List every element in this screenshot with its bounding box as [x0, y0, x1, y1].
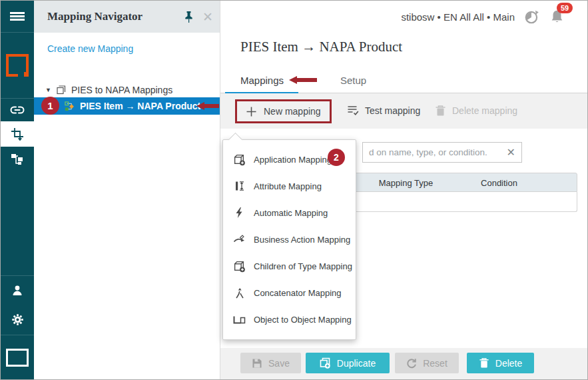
rail-item-workbench[interactable]	[1, 335, 34, 379]
action-footer: Save Duplicate Reset Delete	[220, 348, 587, 379]
lightning-icon	[234, 207, 244, 219]
rail-item-user[interactable]	[1, 276, 34, 304]
floppy-icon	[252, 358, 262, 369]
column-header-condition[interactable]: Condition	[451, 178, 547, 188]
rail-bottom-group	[1, 275, 34, 379]
page-title: PIES Item → NAPA Product	[240, 39, 402, 55]
menu-item-label: Business Action Mapping	[254, 235, 350, 245]
menu-item-label: Application Mapping	[254, 155, 332, 165]
search-input[interactable]	[363, 147, 504, 157]
menu-item-children-of-type-mapping[interactable]: Children of Type Mapping	[223, 253, 356, 279]
copy-folder-icon	[56, 85, 67, 95]
tree-node-selected[interactable]: PIES Item → NAPA Product	[34, 97, 220, 115]
pin-icon	[183, 11, 194, 23]
delete-button[interactable]: Delete	[467, 353, 534, 373]
duplicate-icon	[320, 357, 331, 369]
notification-count-badge: 59	[557, 3, 573, 13]
delete-label: Delete	[495, 358, 522, 369]
menu-item-object-to-object-mapping[interactable]: Object to Object Mapping	[223, 306, 356, 333]
mapping-icon	[65, 101, 75, 111]
menu-item-label: Attribute Mapping	[254, 181, 322, 191]
annotation-step-1-badge: 1	[41, 97, 59, 115]
test-mapping-label: Test mapping	[365, 105, 420, 116]
rail-item-settings[interactable]	[1, 304, 34, 335]
link-icon	[10, 105, 25, 115]
cube-plus-icon	[233, 153, 246, 166]
annotation-arrow-tree	[196, 102, 219, 110]
left-icon-rail	[1, 1, 34, 379]
menu-item-label: Children of Type Mapping	[254, 261, 352, 271]
menu-item-business-action-mapping[interactable]: Business Action Mapping	[223, 226, 356, 253]
merge-icon	[234, 287, 245, 299]
top-bar: stibosw • EN All All • Main 59	[220, 1, 587, 33]
hamburger-icon	[10, 11, 25, 22]
object-object-icon	[233, 315, 246, 325]
column-header-mapping-type[interactable]: Mapping Type	[358, 178, 454, 188]
hierarchy-icon	[11, 153, 24, 166]
menu-item-label: Object to Object Mapping	[254, 315, 352, 325]
rail-item-hierarchy[interactable]	[1, 147, 34, 172]
tab-setup[interactable]: Setup	[340, 75, 366, 86]
duplicate-button[interactable]: Duplicate	[306, 353, 390, 373]
gear-icon	[11, 313, 24, 326]
menu-button[interactable]	[1, 1, 34, 33]
notifications-button[interactable]: 59	[549, 9, 565, 24]
delete-mapping-label: Delete mapping	[452, 105, 517, 116]
menu-item-label: Concatenator Mapping	[254, 288, 342, 298]
app-window: Mapping Navigator ✕ Create new Mapping ▼…	[0, 0, 588, 380]
tab-bar: Mappings Setup	[220, 66, 587, 93]
rail-item-mapping-active[interactable]	[1, 121, 34, 147]
crop-icon	[11, 127, 24, 141]
annotation-arrow-tab	[289, 76, 317, 84]
clear-search-icon[interactable]: ✕	[504, 146, 521, 159]
brand-logo[interactable]	[1, 33, 34, 99]
tree-child-label: PIES Item → NAPA Product	[80, 101, 200, 111]
plus-icon	[246, 106, 257, 117]
close-icon[interactable]: ✕	[201, 11, 214, 23]
reset-label: Reset	[423, 358, 447, 369]
save-label: Save	[268, 358, 290, 369]
navigator-title: Mapping Navigator	[47, 10, 183, 23]
workbench-icon	[6, 349, 29, 367]
mapping-navigator-panel: Mapping Navigator ✕ Create new Mapping ▼…	[34, 1, 220, 379]
chevron-down-icon[interactable]: ▼	[45, 87, 51, 93]
list-check-icon	[347, 105, 359, 116]
new-mapping-menu: Application Mapping Attribute Mapping Au…	[222, 139, 356, 340]
main-area: stibosw • EN All All • Main 59 PIES Item…	[220, 1, 587, 379]
menu-item-label: Automatic Mapping	[254, 208, 328, 218]
new-mapping-label: New mapping	[264, 106, 321, 117]
menu-item-attribute-mapping[interactable]: Attribute Mapping	[223, 173, 356, 199]
reset-icon	[406, 358, 417, 369]
trash-icon	[435, 105, 446, 117]
mapping-filter-field: ✕	[362, 142, 522, 163]
delete-mapping-button[interactable]: Delete mapping	[435, 105, 517, 117]
reset-button[interactable]: Reset	[395, 353, 459, 373]
menu-item-automatic-mapping[interactable]: Automatic Mapping	[223, 199, 356, 226]
status-pie-icon[interactable]	[524, 9, 540, 24]
user-context-label[interactable]: stibosw • EN All All • Main	[401, 11, 515, 23]
save-button[interactable]: Save	[240, 353, 301, 373]
annotation-step-2-badge: 2	[328, 149, 345, 166]
create-new-mapping-link[interactable]: Create new Mapping	[47, 43, 133, 54]
trash-icon	[479, 357, 489, 369]
test-mapping-button[interactable]: Test mapping	[347, 105, 420, 116]
mapping-toolbar: New mapping Test mapping Delete mapping	[220, 93, 587, 129]
action-arrows-icon	[233, 234, 246, 245]
tab-mappings[interactable]: Mappings	[240, 75, 284, 86]
navigator-header: Mapping Navigator ✕	[34, 1, 220, 33]
tree-root-label: PIES to NAPA Mappings	[71, 85, 172, 95]
user-icon	[11, 285, 23, 296]
menu-caret	[228, 133, 242, 147]
duplicate-label: Duplicate	[337, 358, 376, 369]
menu-item-concatenator-mapping[interactable]: Concatenator Mapping	[223, 279, 356, 306]
brand-logo-icon	[6, 54, 29, 77]
tree-node-root[interactable]: ▼ PIES to NAPA Mappings	[45, 85, 172, 95]
pin-button[interactable]	[183, 11, 194, 23]
cube-plus-icon	[233, 260, 246, 273]
attribute-icon	[234, 180, 245, 192]
rail-item-links[interactable]	[1, 99, 34, 121]
new-mapping-button[interactable]: New mapping	[235, 99, 332, 123]
